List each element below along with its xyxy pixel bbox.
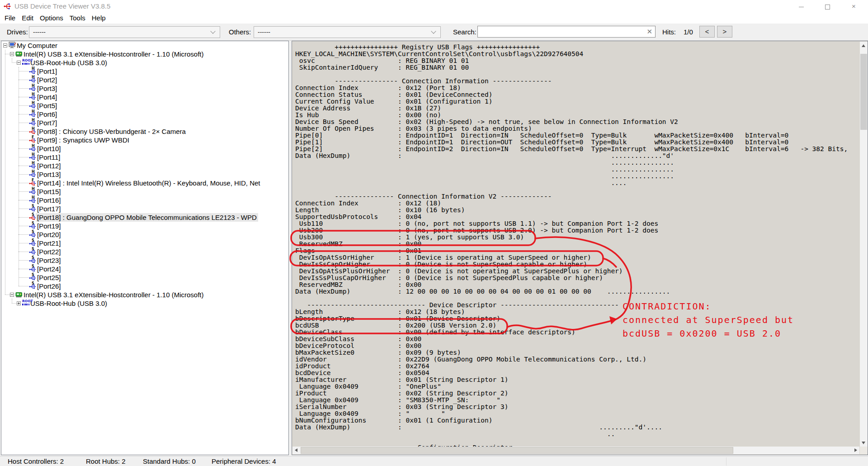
tree-item[interactable]: S[Port20]	[1, 230, 288, 239]
previous-hit-button[interactable]: <	[699, 26, 715, 38]
speed-badge: H	[32, 127, 35, 131]
speed-badge: S	[32, 256, 34, 260]
scroll-right-button[interactable]	[852, 447, 859, 454]
tree-item-label: USB-Root-Hub (USB 3.0)	[29, 299, 108, 308]
tree-expander-slot	[23, 256, 29, 265]
usb-port-icon: S	[29, 222, 37, 230]
tree-item[interactable]: S[Port21]	[1, 239, 288, 247]
horizontal-scrollbar-thumb[interactable]	[301, 447, 733, 454]
horizontal-scrollbar[interactable]	[292, 447, 859, 454]
menu-item-help[interactable]: Help	[89, 13, 109, 24]
collapse-icon[interactable]	[10, 52, 14, 56]
speed-badge: H	[32, 92, 35, 96]
tree-item[interactable]: Intel(R) USB 3.1 eXtensible-Hostcontroll…	[1, 50, 288, 58]
scroll-up-button[interactable]	[860, 42, 868, 49]
status-bar: Host Controllers: 2 Root Hubs: 2 Standar…	[0, 456, 868, 466]
usb-port-icon: F	[29, 136, 37, 144]
minimize-button[interactable]	[791, 0, 811, 13]
tree-item[interactable]: S[Port17]	[1, 204, 288, 213]
tree-expander-slot	[23, 222, 29, 230]
tree-item[interactable]: S[Port25]	[1, 273, 288, 282]
tree-item[interactable]: S[Port19]	[1, 222, 288, 230]
collapse-icon[interactable]	[17, 61, 21, 65]
tree-item-label: [Port4]	[36, 93, 58, 101]
tree-rows: My ComputerIntel(R) USB 3.1 eXtensible-H…	[1, 41, 288, 308]
usb-port-icon: S	[29, 256, 37, 265]
tree-expander-slot	[23, 127, 29, 136]
tree-item[interactable]: S[Port22]	[1, 247, 288, 256]
menu-item-tools[interactable]: Tools	[66, 13, 89, 24]
tree-item[interactable]: H[Port5]	[1, 101, 288, 110]
usb-tree-app-icon	[4, 2, 11, 12]
computer-icon	[9, 41, 17, 50]
tree-item-label: [Port21]	[36, 239, 62, 247]
computer-icon	[9, 41, 16, 49]
scroll-left-button[interactable]	[292, 447, 300, 454]
tree-item[interactable]: H[Port10]	[1, 144, 288, 153]
speed-badge: H	[32, 118, 35, 122]
drives-dropdown[interactable]: ------	[29, 26, 220, 38]
tree-item[interactable]: S[Port26]	[1, 282, 288, 290]
tree-expander-slot	[23, 93, 29, 101]
tree-item[interactable]: H[Port7]	[1, 119, 288, 127]
menu-item-options[interactable]: Options	[37, 13, 66, 24]
usb-port-icon: H	[29, 196, 37, 204]
tree-item[interactable]: H[Port2]	[1, 76, 288, 84]
collapse-icon[interactable]	[3, 43, 7, 48]
tree-item[interactable]: H[Port15]	[1, 187, 288, 196]
tree-item[interactable]: S[Port18] : GuangDong OPPO Mobile Teleco…	[1, 213, 288, 222]
menu-item-file[interactable]: File	[1, 13, 19, 24]
status-divider	[726, 457, 726, 466]
vertical-scrollbar[interactable]	[860, 42, 868, 447]
tree-item[interactable]: My Computer	[1, 41, 288, 50]
triangle-left-icon	[295, 448, 297, 452]
device-info-text-area[interactable]: ++++++++++++++++ Registry USB Flags ++++…	[292, 42, 859, 447]
usb-port-icon: F	[29, 179, 37, 187]
collapse-icon[interactable]	[10, 293, 14, 297]
tree-item[interactable]: F[Port14] : Intel Intel(R) Wireless Blue…	[1, 179, 288, 187]
tree-expander-slot	[23, 162, 29, 170]
others-dropdown[interactable]: ------	[254, 26, 441, 38]
vertical-scrollbar-thumb[interactable]	[860, 54, 867, 130]
tree-item[interactable]: Intel(R) USB 3.1 eXtensible-Hostcontroll…	[1, 290, 288, 299]
tree-item[interactable]: ROOTUSB-Root-Hub (USB 3.0)	[1, 299, 288, 308]
usb-port-icon: S	[29, 282, 37, 290]
next-hit-button[interactable]: >	[717, 26, 732, 38]
tree-item-label: [Port1]	[36, 67, 58, 76]
tree-expander-slot	[23, 119, 29, 127]
search-label: Search:	[453, 24, 476, 40]
menu-item-edit[interactable]: Edit	[19, 13, 37, 24]
tree-expander-slot	[16, 299, 22, 308]
tree-item[interactable]: H[Port11]	[1, 153, 288, 162]
tree-expander-slot	[23, 273, 29, 282]
clear-search-icon[interactable]: ✕	[646, 26, 652, 37]
speed-badge: S	[32, 281, 34, 285]
tree-item[interactable]: H[Port4]	[1, 93, 288, 101]
tree-item[interactable]: H[Port3]	[1, 84, 288, 93]
search-input[interactable]	[480, 27, 644, 37]
scroll-down-button[interactable]	[860, 439, 868, 447]
tree-item[interactable]: ROOTUSB-Root-Hub (USB 3.0)	[1, 58, 288, 67]
tree-item-label: [Port14] : Intel Intel(R) Wireless Bluet…	[36, 179, 262, 187]
close-button[interactable]: ×	[844, 0, 864, 13]
tree-item[interactable]: H[Port13]	[1, 170, 288, 179]
speed-badge: H	[32, 109, 35, 114]
tree-item[interactable]: F[Port9] : Synaptics UWP WBDI	[1, 136, 288, 144]
speed-badge: H	[32, 84, 35, 88]
tree-item[interactable]: H[Port1]	[1, 67, 288, 76]
controller-icon	[15, 50, 24, 58]
expand-icon[interactable]	[17, 301, 21, 305]
tree-item[interactable]: S[Port24]	[1, 265, 288, 273]
speed-badge: H	[32, 161, 35, 165]
tree-item-label: [Port20]	[36, 230, 62, 239]
maximize-button[interactable]	[817, 0, 838, 13]
title-bar: USB Device Tree Viewer V3.8.5 ×	[0, 0, 868, 13]
tree-item[interactable]: H[Port12]	[1, 162, 288, 170]
status-peripheral-devices: Peripheral Devices: 4	[212, 456, 276, 466]
tree-item[interactable]: H[Port6]	[1, 110, 288, 119]
tree-item[interactable]: H[Port16]	[1, 196, 288, 204]
tree-item[interactable]: H[Port8] : Chicony USB-Verbundgerät - 2×…	[1, 127, 288, 136]
tree-item-label: [Port15]	[36, 187, 62, 196]
tree-item-label: [Port26]	[36, 282, 62, 290]
tree-item[interactable]: S[Port23]	[1, 256, 288, 265]
